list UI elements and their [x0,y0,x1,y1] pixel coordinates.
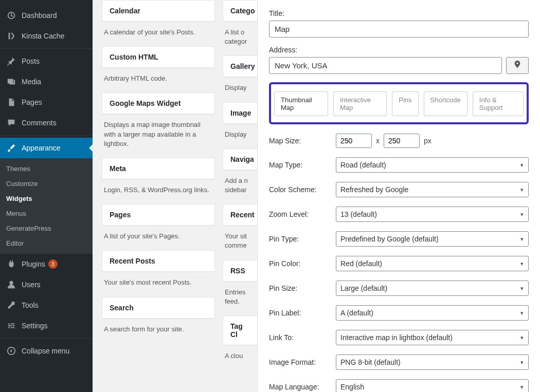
sidebar-label: Settings [22,322,48,330]
pin-label-label: Pin Label: [269,309,336,317]
sidebar-item-media[interactable]: Media [0,71,93,92]
dimension-separator: x [376,137,380,145]
svg-point-0 [9,281,13,285]
widget-desc: Entries feed. [223,287,259,315]
pin-color-label: Pin Color: [269,259,336,268]
widget-desc: Display [223,82,259,102]
widget-desc: Arbitrary HTML code. [102,73,215,92]
sidebar-item-appearance[interactable]: Appearance [0,138,93,158]
submenu-customize[interactable]: Customize [0,176,93,191]
widget-custom-html[interactable]: Custom HTML [102,46,215,68]
tab-shortcode[interactable]: Shortcode [424,91,467,116]
widget-desc: Add a n sidebar [223,175,259,204]
sidebar-label: Dashboard [22,11,57,20]
comment-icon [6,118,16,128]
pin-color-select[interactable]: Red (default) [336,256,529,271]
submenu-editor[interactable]: Editor [0,236,93,251]
widget-desc: Your site's most recent Posts. [102,277,215,296]
sidebar-item-collapse[interactable]: Collapse menu [0,341,93,361]
pin-size-label: Pin Size: [269,284,336,292]
link-to-label: Link To: [269,333,336,342]
tab-thumbnail-map[interactable]: Thumbnail Map [274,91,328,116]
image-format-label: Image Format: [269,358,336,366]
widget-search[interactable]: Search [102,297,215,319]
tab-info-support[interactable]: Info & Support [473,91,524,116]
submenu-widgets[interactable]: Widgets [0,191,93,206]
user-icon [6,279,16,290]
sidebar-label: Users [22,281,41,289]
tabs-highlight: Thumbnail Map Interactive Map Pins Short… [269,82,529,124]
widget-google-maps[interactable]: Google Maps Widget [102,92,215,114]
sidebar-label: Posts [22,57,40,65]
sidebar-item-kinsta[interactable]: Kinsta Cache [0,26,93,46]
sidebar-item-users[interactable]: Users [0,274,93,295]
map-language-select[interactable]: English [336,379,529,392]
media-icon [6,77,16,87]
widget-desc: A search form for your site. [102,324,215,343]
widget-desc: Login, RSS, & WordPress.org links. [102,184,215,204]
map-width-input[interactable] [336,134,372,148]
widget-desc: Your sit comme [223,231,259,259]
sidebar-item-dashboard[interactable]: Dashboard [0,5,93,26]
pin-type-select[interactable]: Predefined by Google (default) [336,231,529,247]
zoom-level-select[interactable]: 13 (default) [336,207,529,222]
widget-column-2: Catego A list o categor Gallery Display … [223,0,259,370]
image-format-select[interactable]: PNG 8-bit (default) [336,354,529,370]
sliders-icon [6,321,16,331]
sidebar-item-pages[interactable]: Pages [0,92,93,113]
widget-meta[interactable]: Meta [102,158,215,179]
sidebar-item-posts[interactable]: Posts [0,51,93,71]
submenu-generatepress[interactable]: GeneratePress [0,221,93,236]
map-height-input[interactable] [384,134,420,148]
admin-sidebar: Dashboard Kinsta Cache Posts Media Pages… [0,0,93,392]
sidebar-label: Kinsta Cache [22,32,64,40]
plugin-update-badge: 3 [48,259,58,269]
widget-calendar[interactable]: Calendar [102,0,215,22]
widget-tag-cloud[interactable]: Tag Cl [223,315,259,345]
page-icon [6,97,16,107]
kinsta-icon [6,31,16,41]
widget-desc: Display [223,129,259,148]
sidebar-label: Comments [22,119,57,127]
widget-image[interactable]: Image [223,102,259,124]
address-input[interactable] [269,57,502,74]
sidebar-item-plugins[interactable]: Plugins 3 [0,254,93,274]
main-content: Calendar A calendar of your site's Posts… [93,0,540,392]
widget-recent-posts[interactable]: Recent Posts [102,250,215,272]
title-input[interactable] [269,21,529,38]
unit-label: px [424,137,431,145]
widget-recent-comments[interactable]: Recent [223,204,259,226]
widget-desc: A clou [223,350,259,370]
zoom-level-label: Zoom Level: [269,210,336,218]
map-pin-icon [513,60,522,71]
sidebar-item-settings[interactable]: Settings [0,315,93,336]
sidebar-label: Plugins [22,260,45,268]
sidebar-item-comments[interactable]: Comments [0,113,93,133]
collapse-icon [6,346,16,356]
submenu-themes[interactable]: Themes [0,161,93,176]
submenu-menus[interactable]: Menus [0,206,93,221]
sidebar-item-tools[interactable]: Tools [0,295,93,315]
widget-pages[interactable]: Pages [102,204,215,226]
color-scheme-select[interactable]: Refreshed by Google [336,182,529,197]
map-type-select[interactable]: Road (default) [336,157,529,173]
tab-interactive-map[interactable]: Interactive Map [333,91,387,116]
widget-desc: A list of your site's Pages. [102,231,215,250]
map-size-label: Map Size: [269,137,336,145]
locate-button[interactable] [506,57,529,74]
widget-desc: Displays a map image thumbnail with a la… [102,119,215,158]
sidebar-label: Collapse menu [22,347,69,355]
appearance-submenu: Themes Customize Widgets Menus GenerateP… [0,158,93,254]
map-type-label: Map Type: [269,161,336,169]
widget-navigation[interactable]: Naviga [223,148,259,170]
tab-pins[interactable]: Pins [392,91,418,116]
wrench-icon [6,300,16,310]
sidebar-label: Pages [22,98,42,106]
dashboard-icon [6,10,16,21]
widget-rss[interactable]: RSS [223,260,259,282]
pin-size-select[interactable]: Large (default) [336,281,529,296]
widget-categories[interactable]: Catego [223,0,259,22]
link-to-select[interactable]: Interactive map in lightbox (default) [336,330,529,345]
pin-label-select[interactable]: A (default) [336,305,529,321]
widget-gallery[interactable]: Gallery [223,55,259,77]
